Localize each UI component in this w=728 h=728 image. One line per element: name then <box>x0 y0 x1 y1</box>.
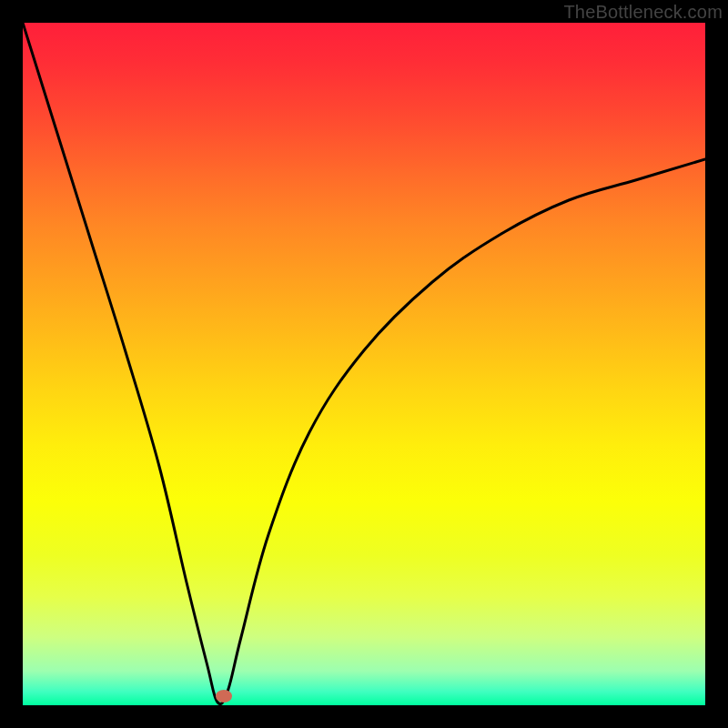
optimal-point-marker <box>216 690 232 703</box>
bottleneck-curve <box>23 23 705 704</box>
watermark-label: TheBottleneck.com <box>563 2 723 23</box>
plot-area <box>23 23 705 705</box>
curve-canvas <box>23 23 705 705</box>
chart-frame: TheBottleneck.com <box>0 0 728 728</box>
